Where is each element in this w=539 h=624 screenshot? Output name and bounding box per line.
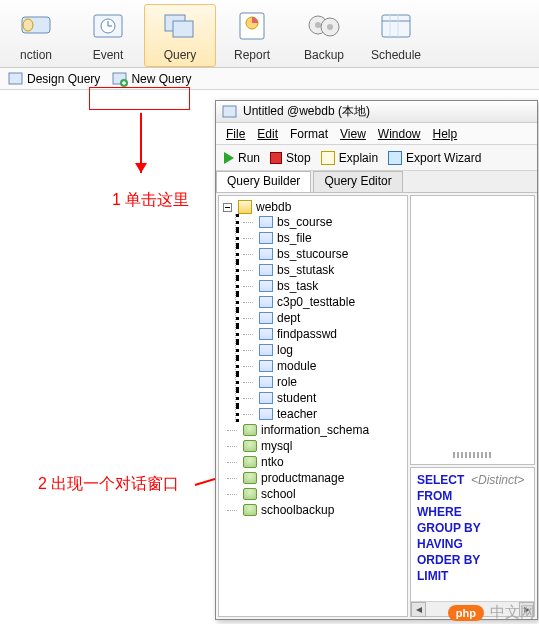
- menu-edit[interactable]: Edit: [253, 126, 282, 142]
- design-query-icon: [8, 71, 24, 87]
- menu-view[interactable]: View: [336, 126, 370, 142]
- dialog-titlebar[interactable]: Untitled @webdb (本地): [216, 101, 537, 123]
- tree-item-label: bs_stucourse: [277, 247, 348, 261]
- tree-item-label: student: [277, 391, 316, 405]
- explain-icon: [321, 151, 335, 165]
- tree-item-label: teacher: [277, 407, 317, 421]
- table-icon: [259, 328, 273, 340]
- tree-table-item[interactable]: bs_file: [236, 230, 407, 246]
- new-query-icon: [112, 71, 128, 87]
- database-icon: [243, 488, 257, 500]
- dialog-title-icon: [222, 104, 238, 120]
- ribbon-schedule[interactable]: Schedule: [360, 4, 432, 67]
- watermark-badge: php: [448, 605, 484, 621]
- new-query-button[interactable]: New Query: [108, 70, 195, 88]
- tree-table-item[interactable]: module: [236, 358, 407, 374]
- tree-root[interactable]: webdb: [223, 200, 407, 214]
- menu-format[interactable]: Format: [286, 126, 332, 142]
- tree-item-label: c3p0_testtable: [277, 295, 355, 309]
- export-wizard-button[interactable]: Export Wizard: [386, 150, 483, 166]
- table-icon: [259, 360, 273, 372]
- scroll-left-icon[interactable]: ◂: [411, 602, 426, 617]
- stop-button[interactable]: Stop: [268, 150, 313, 166]
- database-icon: [243, 504, 257, 516]
- tree-table-item[interactable]: dept: [236, 310, 407, 326]
- tree-table-item[interactable]: teacher: [236, 406, 407, 422]
- table-icon: [259, 376, 273, 388]
- tree-item-label: log: [277, 343, 293, 357]
- svg-point-13: [327, 24, 333, 30]
- tree-database-item[interactable]: schoolbackup: [223, 502, 407, 518]
- svg-point-1: [23, 19, 33, 31]
- tree-table-item[interactable]: role: [236, 374, 407, 390]
- tree-table-item[interactable]: bs_stutask: [236, 262, 407, 278]
- tree-item-label: dept: [277, 311, 300, 325]
- annotation-text-1: 1 单击这里: [112, 190, 189, 211]
- tree-database-item[interactable]: school: [223, 486, 407, 502]
- ribbon-label: Event: [73, 48, 143, 62]
- tree-item-label: schoolbackup: [261, 503, 334, 517]
- tree-item-label: bs_course: [277, 215, 332, 229]
- tab-query-editor[interactable]: Query Editor: [313, 171, 402, 192]
- builder-canvas[interactable]: [410, 195, 535, 465]
- database-icon: [243, 440, 257, 452]
- dialog-toolbar: Run Stop Explain Export Wizard: [216, 145, 537, 171]
- svg-rect-18: [9, 73, 22, 84]
- ribbon-label: Report: [217, 48, 287, 62]
- ribbon-query[interactable]: Query: [144, 4, 216, 67]
- backup-icon: [304, 7, 344, 43]
- ribbon-function[interactable]: nction: [0, 4, 72, 67]
- tree-table-item[interactable]: log: [236, 342, 407, 358]
- menu-help[interactable]: Help: [429, 126, 462, 142]
- ribbon-label: Schedule: [361, 48, 431, 62]
- tree-database-item[interactable]: mysql: [223, 438, 407, 454]
- sub-toolbar: Design Query New Query: [0, 68, 539, 90]
- ribbon-event[interactable]: Event: [72, 4, 144, 67]
- function-icon: [16, 7, 56, 43]
- database-root-icon: [238, 200, 252, 214]
- explain-button[interactable]: Explain: [319, 150, 380, 166]
- tree-table-item[interactable]: student: [236, 390, 407, 406]
- tree-table-item[interactable]: bs_course: [236, 214, 407, 230]
- ribbon-label: Backup: [289, 48, 359, 62]
- run-button[interactable]: Run: [222, 150, 262, 166]
- tree-item-label: ntko: [261, 455, 284, 469]
- tree-database-item[interactable]: productmanage: [223, 470, 407, 486]
- database-icon: [243, 424, 257, 436]
- ribbon-label: nction: [1, 48, 71, 62]
- tree-table-item[interactable]: bs_stucourse: [236, 246, 407, 262]
- query-dialog: Untitled @webdb (本地) File Edit Format Vi…: [215, 100, 538, 620]
- database-icon: [243, 456, 257, 468]
- table-icon: [259, 296, 273, 308]
- collapse-icon[interactable]: [223, 203, 232, 212]
- schedule-icon: [376, 7, 416, 43]
- tab-query-builder[interactable]: Query Builder: [216, 171, 311, 192]
- tree-item-label: school: [261, 487, 296, 501]
- stop-icon: [270, 152, 282, 164]
- drag-handle-icon[interactable]: [453, 452, 493, 458]
- design-query-label: Design Query: [27, 72, 100, 86]
- tree-table-item[interactable]: findpasswd: [236, 326, 407, 342]
- ribbon-backup[interactable]: Backup: [288, 4, 360, 67]
- menu-window[interactable]: Window: [374, 126, 425, 142]
- new-query-label: New Query: [131, 72, 191, 86]
- design-query-button[interactable]: Design Query: [4, 70, 104, 88]
- tree-table-item[interactable]: c3p0_testtable: [236, 294, 407, 310]
- tree-item-label: information_schema: [261, 423, 369, 437]
- tree-database-item[interactable]: ntko: [223, 454, 407, 470]
- tree-table-item[interactable]: bs_task: [236, 278, 407, 294]
- menu-file[interactable]: File: [222, 126, 249, 142]
- ribbon-report[interactable]: Report: [216, 4, 288, 67]
- tree-item-label: findpasswd: [277, 327, 337, 341]
- table-icon: [259, 392, 273, 404]
- tree-database-item[interactable]: information_schema: [223, 422, 407, 438]
- table-icon: [259, 248, 273, 260]
- database-icon: [243, 472, 257, 484]
- sql-preview: SELECT <Distinct> FROM WHERE GROUP BY HA…: [410, 467, 535, 617]
- schema-tree[interactable]: webdb bs_coursebs_filebs_stucoursebs_stu…: [218, 195, 408, 617]
- run-icon: [224, 152, 234, 164]
- tree-item-label: bs_file: [277, 231, 312, 245]
- annotation-box-1: [89, 87, 190, 110]
- dialog-menubar: File Edit Format View Window Help: [216, 123, 537, 145]
- dialog-tabs: Query Builder Query Editor: [216, 171, 537, 193]
